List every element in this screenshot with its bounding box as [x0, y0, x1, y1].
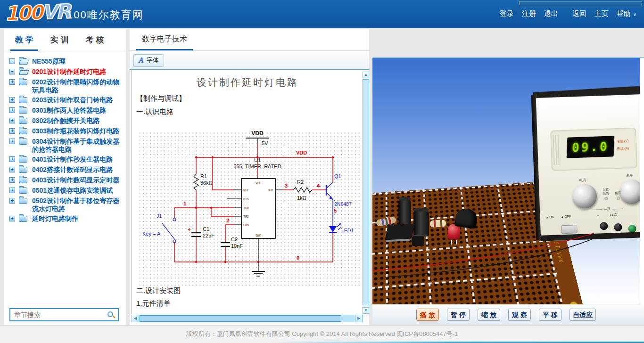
tree-item-2[interactable]: +0202设计制作眼睛闪烁的动物玩具电路: [8, 78, 123, 94]
svg-text:VCC: VCC: [256, 182, 261, 185]
scroll-down-arrow[interactable]: ▼: [363, 307, 369, 314]
header-link-5[interactable]: 帮助∨: [617, 9, 636, 18]
tree-item-6[interactable]: +0303制作瓶花装饰闪烁灯电路: [8, 127, 123, 136]
expand-icon[interactable]: +: [9, 79, 15, 85]
horizontal-scroll-thumb[interactable]: [140, 315, 341, 322]
svg-text:0: 0: [297, 255, 299, 261]
sidebar-tab-0[interactable]: 教 学: [10, 29, 38, 51]
display-bezel: 09.0 电压 (V) 电流 (A): [550, 128, 637, 171]
scroll-left-arrow[interactable]: ◀: [132, 315, 139, 322]
page: 100VR 100唯尔教育网 登录注册退出返回主页帮助∨ 教 学实 训考 核 −…: [0, 0, 644, 343]
header-link-0[interactable]: 登录: [500, 9, 514, 18]
tab-digital-electronics[interactable]: 数字电子技术: [136, 29, 193, 50]
document-viewport: 设计制作延时灯电路 【制作与调试】 一.认识电路 VDD: [130, 70, 369, 325]
electrolytic-capacitor[interactable]: [398, 198, 411, 224]
horizontal-scrollbar[interactable]: ◀ ▶: [132, 315, 363, 322]
voltage-knob-label: 电压: [627, 174, 633, 178]
font-button[interactable]: A 字体: [133, 54, 164, 67]
expand-icon[interactable]: +: [9, 107, 15, 113]
output-terminal-black[interactable]: [600, 222, 608, 230]
tree-item-label: 0501选通锁存电路安装调试: [32, 187, 113, 194]
header-links: 登录注册退出返回主页帮助∨: [492, 9, 636, 18]
power-switch-row: ON OFF − GND: [545, 212, 642, 219]
search-input[interactable]: [13, 310, 107, 319]
svg-text:R2: R2: [297, 179, 304, 185]
vertical-scrollbar[interactable]: ▲ ▼: [363, 72, 369, 314]
tree-item-0[interactable]: −NE555原理: [8, 57, 123, 66]
svg-text:U1: U1: [254, 157, 261, 163]
ne555-ic-chip[interactable]: [385, 224, 415, 240]
folder-icon: [19, 118, 27, 124]
folder-icon: [19, 128, 27, 134]
ground-terminal-green[interactable]: [628, 225, 636, 233]
scroll-right-arrow[interactable]: ▶: [355, 315, 363, 322]
current-knob[interactable]: [572, 184, 597, 209]
scroll-up-arrow[interactable]: ▲: [363, 72, 369, 78]
expand-icon[interactable]: +: [9, 97, 15, 103]
sidebar-tab-2[interactable]: 考 核: [81, 29, 108, 49]
folder-icon: [19, 139, 27, 145]
viewer-button-3[interactable]: 观 察: [508, 309, 531, 321]
tree-item-12[interactable]: +0502设计制作基于移位寄存器流水灯电路: [8, 197, 123, 213]
header-link-4[interactable]: 主页: [594, 9, 609, 18]
header-link-1[interactable]: 注册: [522, 9, 536, 18]
expand-icon[interactable]: +: [9, 216, 15, 221]
search-icon[interactable]: [107, 311, 115, 319]
tree-item-9[interactable]: +0402搭接计数译码显示电路: [8, 166, 123, 174]
tree-item-13[interactable]: +延时灯电路制作: [8, 215, 123, 223]
resistor-component[interactable]: [430, 220, 446, 228]
viewer-button-4[interactable]: 平 移: [539, 309, 561, 321]
site-logo[interactable]: 100VR: [4, 0, 70, 25]
panel-sublabel: 从路: [592, 206, 623, 212]
viewer-button-5[interactable]: 自适应: [570, 309, 596, 321]
expand-icon[interactable]: +: [9, 167, 15, 172]
sidebar: 教 学实 训考 核 −NE555原理−0201设计制作延时灯电路+0202设计制…: [4, 29, 126, 325]
indicator-lamp: [617, 196, 620, 200]
folder-icon: [19, 188, 27, 194]
header-link-3[interactable]: 返回: [572, 9, 586, 18]
tree-item-3[interactable]: +0203设计制作双音门铃电路: [8, 96, 123, 105]
electrolytic-capacitor[interactable]: [413, 209, 429, 237]
expand-icon[interactable]: +: [9, 177, 15, 183]
collapse-icon[interactable]: −: [9, 58, 15, 64]
doc-section-recognize: 一.认识电路: [136, 107, 173, 116]
header-link-2[interactable]: 退出: [544, 9, 558, 18]
tree-item-4[interactable]: +0301制作两人抢答器电路: [8, 106, 123, 115]
sidebar-tab-1[interactable]: 实 训: [46, 29, 74, 49]
expand-icon[interactable]: +: [9, 128, 15, 134]
power-button[interactable]: [561, 225, 578, 234]
tree-item-label: 0402搭接计数译码显示电路: [32, 166, 113, 173]
tree-item-8[interactable]: +0401设计制作秒发生器电路: [8, 155, 123, 164]
push-button-component[interactable]: [412, 235, 424, 246]
collapse-icon[interactable]: −: [9, 69, 15, 74]
expand-icon[interactable]: +: [9, 139, 15, 144]
3d-scene[interactable]: ABCDEFGHIJKLMNOPQRSTUVWX: [372, 58, 644, 304]
vertical-scroll-thumb[interactable]: [363, 79, 369, 305]
tree-item-1[interactable]: −0201设计制作延时灯电路: [8, 68, 123, 76]
expand-icon[interactable]: +: [9, 188, 15, 193]
off-label: OFF: [561, 215, 571, 219]
tree-item-label: 0202设计制作眼睛闪烁的动物玩具电路: [32, 78, 119, 94]
folder-icon: [19, 79, 27, 85]
svg-text:RST: RST: [243, 189, 249, 192]
viewer-button-1[interactable]: 暂 停: [447, 309, 470, 321]
svg-text:2: 2: [226, 218, 229, 223]
page-scrollbar-strip[interactable]: [640, 58, 644, 304]
expand-icon[interactable]: +: [9, 156, 15, 162]
course-tree: −NE555原理−0201设计制作延时灯电路+0202设计制作眼睛闪烁的动物玩具…: [4, 51, 126, 223]
viewer-button-0[interactable]: 播 放: [416, 309, 439, 321]
tree-item-5[interactable]: +0302制作触摸开关电路: [8, 117, 123, 125]
tree-item-11[interactable]: +0501选通锁存电路安装调试: [8, 187, 123, 195]
tree-item-label: 0203设计制作双音门铃电路: [32, 96, 113, 104]
site-title: 100唯尔教育网: [67, 8, 144, 22]
font-a-icon: A: [139, 57, 144, 64]
viewer-button-2[interactable]: 缩 放: [478, 309, 500, 321]
expand-icon[interactable]: +: [9, 118, 15, 123]
svg-text:36kΩ: 36kΩ: [200, 180, 213, 186]
expand-icon[interactable]: +: [9, 198, 15, 204]
tree-item-10[interactable]: +0403设计制作数码显示定时器: [8, 176, 123, 185]
doc-section-bom: 1.元件清单: [136, 299, 171, 308]
svg-text:VDD: VDD: [251, 130, 264, 137]
tree-item-7[interactable]: +0304设计制作基于集成触发器的抢答器电路: [8, 138, 123, 154]
output-terminal-black[interactable]: [614, 223, 622, 232]
